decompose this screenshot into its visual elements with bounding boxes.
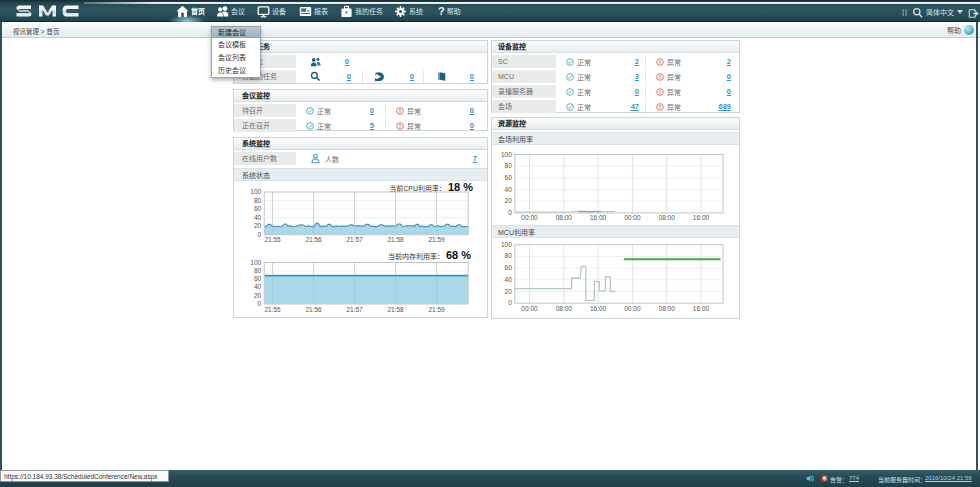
svg-text:08:00: 08:00 bbox=[556, 305, 573, 312]
svg-text:80: 80 bbox=[505, 252, 513, 259]
svg-text:60: 60 bbox=[505, 264, 513, 271]
svg-text:00:00: 00:00 bbox=[624, 214, 641, 221]
svg-text:08:00: 08:00 bbox=[556, 214, 573, 221]
svg-text:00:00: 00:00 bbox=[624, 305, 641, 312]
svg-text:00:00: 00:00 bbox=[521, 305, 538, 312]
svg-text:21:55: 21:55 bbox=[264, 306, 281, 313]
svg-text:21:57: 21:57 bbox=[346, 306, 363, 313]
svg-text:21:58: 21:58 bbox=[387, 236, 404, 243]
svg-text:20: 20 bbox=[254, 222, 262, 229]
svg-text:21:56: 21:56 bbox=[305, 306, 322, 313]
svg-text:40: 40 bbox=[254, 283, 262, 290]
svg-text:08:00: 08:00 bbox=[659, 214, 676, 221]
svg-text:0: 0 bbox=[508, 299, 512, 306]
svg-text:0: 0 bbox=[258, 231, 262, 238]
svg-text:40: 40 bbox=[254, 214, 262, 221]
svg-text:21:57: 21:57 bbox=[346, 236, 363, 243]
svg-text:60: 60 bbox=[254, 275, 262, 282]
svg-text:0: 0 bbox=[508, 209, 512, 216]
svg-text:21:56: 21:56 bbox=[305, 236, 322, 243]
svg-text:20: 20 bbox=[505, 197, 513, 204]
svg-text:16:00: 16:00 bbox=[693, 305, 710, 312]
svg-text:100: 100 bbox=[501, 151, 512, 158]
svg-text:20: 20 bbox=[254, 292, 262, 299]
svg-text:08:00: 08:00 bbox=[659, 305, 676, 312]
svg-text:16:00: 16:00 bbox=[590, 305, 607, 312]
svg-text:16:00: 16:00 bbox=[693, 214, 710, 221]
svg-text:80: 80 bbox=[254, 197, 262, 204]
svg-text:100: 100 bbox=[501, 241, 512, 248]
svg-text:80: 80 bbox=[254, 267, 262, 274]
svg-text:100: 100 bbox=[250, 188, 261, 195]
svg-text:20: 20 bbox=[505, 288, 513, 295]
svg-text:60: 60 bbox=[254, 205, 262, 212]
svg-text:21:59: 21:59 bbox=[428, 236, 445, 243]
svg-text:16:00: 16:00 bbox=[590, 214, 607, 221]
svg-text:21:55: 21:55 bbox=[264, 236, 281, 243]
svg-text:80: 80 bbox=[505, 162, 513, 169]
svg-text:21:58: 21:58 bbox=[387, 306, 404, 313]
svg-text:0: 0 bbox=[258, 300, 262, 307]
svg-text:60: 60 bbox=[505, 174, 513, 181]
svg-text:40: 40 bbox=[505, 186, 513, 193]
svg-text:40: 40 bbox=[505, 276, 513, 283]
svg-text:100: 100 bbox=[250, 259, 261, 266]
svg-text:00:00: 00:00 bbox=[521, 214, 538, 221]
svg-text:21:59: 21:59 bbox=[428, 306, 445, 313]
